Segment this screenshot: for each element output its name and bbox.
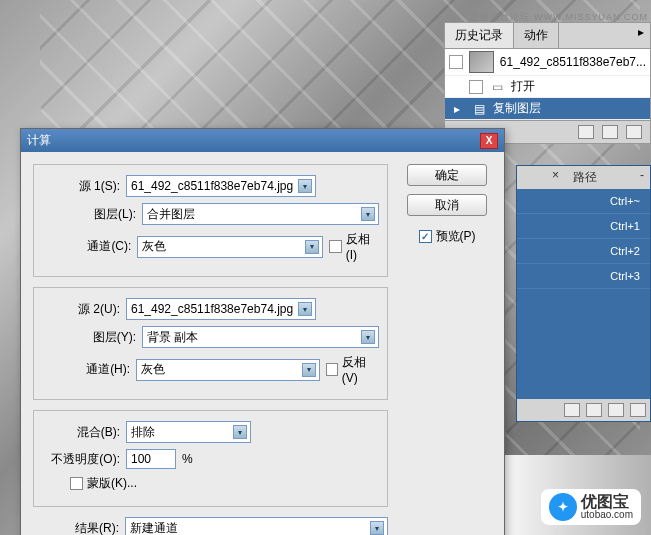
dialog-title: 计算 xyxy=(27,132,51,149)
checkbox-icon xyxy=(70,477,83,490)
chevron-down-icon: ▾ xyxy=(298,302,312,316)
source1-label: 源 1(S): xyxy=(42,178,120,195)
channels-tabs: × 路径 - xyxy=(517,166,650,189)
logo-watermark: ✦ 优图宝 utobao.com xyxy=(541,489,641,525)
save-selection-icon[interactable] xyxy=(586,403,602,417)
history-filename: 61_492_c8511f838e7eb7... xyxy=(500,55,646,69)
history-toggle[interactable] xyxy=(469,80,483,94)
tab-history[interactable]: 历史记录 xyxy=(445,23,514,48)
preview-label: 预览(P) xyxy=(436,228,476,245)
invert2-check[interactable]: 反相(V) xyxy=(326,354,379,385)
layer-icon: ▤ xyxy=(471,102,487,116)
source1-group: 源 1(S): 61_492_c8511f838e7eb74.jpg ▾ 图层(… xyxy=(33,164,388,277)
opacity-input[interactable] xyxy=(126,449,176,469)
history-step-label: 打开 xyxy=(511,78,535,95)
history-body: 61_492_c8511f838e7eb7... ▭ 打开 ▸ ▤ 复制图层 xyxy=(445,49,650,120)
channel1-select[interactable]: 灰色 ▾ xyxy=(137,236,323,258)
source1-select[interactable]: 61_492_c8511f838e7eb74.jpg ▾ xyxy=(126,175,316,197)
chevron-down-icon: ▾ xyxy=(233,425,247,439)
history-file-row[interactable]: 61_492_c8511f838e7eb7... xyxy=(445,49,650,76)
channel2-value: 灰色 xyxy=(141,361,165,378)
new-snapshot-icon[interactable] xyxy=(578,125,594,139)
open-icon: ▭ xyxy=(489,80,505,94)
channel-row[interactable]: Ctrl+3 xyxy=(517,264,650,289)
result-value: 新建通道 xyxy=(130,520,178,536)
blend-label: 混合(B): xyxy=(42,424,120,441)
panel-menu-icon[interactable]: ▸ xyxy=(632,23,650,48)
chevron-down-icon: ▾ xyxy=(298,179,312,193)
blend-select[interactable]: 排除 ▾ xyxy=(126,421,251,443)
close-icon[interactable]: X xyxy=(480,133,498,149)
layer1-select[interactable]: 合并图层 ▾ xyxy=(142,203,379,225)
source2-value: 61_492_c8511f838e7eb74.jpg xyxy=(131,302,293,316)
checkbox-checked-icon: ✓ xyxy=(419,230,432,243)
source2-select[interactable]: 61_492_c8511f838e7eb74.jpg ▾ xyxy=(126,298,316,320)
source2-label: 源 2(U): xyxy=(42,301,120,318)
checkbox-icon xyxy=(329,240,341,253)
chevron-down-icon: ▾ xyxy=(305,240,319,254)
source2-group: 源 2(U): 61_492_c8511f838e7eb74.jpg ▾ 图层(… xyxy=(33,287,388,400)
layer2-select[interactable]: 背景 副本 ▾ xyxy=(142,326,379,348)
load-selection-icon[interactable] xyxy=(564,403,580,417)
channel-row[interactable]: Ctrl+1 xyxy=(517,214,650,239)
channel2-label: 通道(H): xyxy=(42,361,130,378)
tab-actions[interactable]: 动作 xyxy=(514,23,559,48)
invert2-label: 反相(V) xyxy=(342,354,379,385)
channel-row[interactable]: Ctrl+2 xyxy=(517,239,650,264)
channel1-value: 灰色 xyxy=(142,238,166,255)
channel1-label: 通道(C): xyxy=(42,238,131,255)
invert1-label: 反相(I) xyxy=(346,231,379,262)
new-channel-icon[interactable] xyxy=(608,403,624,417)
watermark-en: WWW.MISSYUAN.COM xyxy=(534,12,648,22)
trash-icon[interactable] xyxy=(630,403,646,417)
history-panel: 历史记录 动作 ▸ 61_492_c8511f838e7eb7... ▭ 打开 … xyxy=(444,22,651,144)
dialog-body: 源 1(S): 61_492_c8511f838e7eb74.jpg ▾ 图层(… xyxy=(21,152,504,535)
dialog-titlebar[interactable]: 计算 X xyxy=(21,129,504,152)
panel-collapse-icon[interactable]: - xyxy=(634,166,650,189)
opacity-label: 不透明度(O): xyxy=(42,451,120,468)
checkbox-icon xyxy=(326,363,338,376)
ok-button[interactable]: 确定 xyxy=(407,164,487,186)
new-document-icon[interactable] xyxy=(602,125,618,139)
history-step[interactable]: ▭ 打开 xyxy=(445,76,650,98)
history-step-label: 复制图层 xyxy=(493,100,541,117)
channel-row[interactable]: Ctrl+~ xyxy=(517,189,650,214)
chevron-down-icon: ▾ xyxy=(302,363,316,377)
chevron-down-icon: ▾ xyxy=(361,207,375,221)
layer2-value: 背景 副本 xyxy=(147,329,198,346)
cancel-button[interactable]: 取消 xyxy=(407,194,487,216)
dialog-form: 源 1(S): 61_492_c8511f838e7eb74.jpg ▾ 图层(… xyxy=(33,164,388,535)
chevron-down-icon: ▾ xyxy=(370,521,384,535)
tab-paths[interactable]: 路径 xyxy=(565,166,605,189)
pointer-icon: ▸ xyxy=(449,102,465,116)
panel-close-icon[interactable]: × xyxy=(546,166,565,189)
invert1-check[interactable]: 反相(I) xyxy=(329,231,379,262)
history-snapshot-icon[interactable] xyxy=(449,55,463,69)
blend-value: 排除 xyxy=(131,424,155,441)
layer1-label: 图层(L): xyxy=(42,206,136,223)
channels-panel: × 路径 - Ctrl+~ Ctrl+1 Ctrl+2 Ctrl+3 xyxy=(516,165,651,422)
history-tabs: 历史记录 动作 ▸ xyxy=(445,23,650,49)
mask-check[interactable]: 蒙版(K)... xyxy=(70,475,137,492)
chevron-down-icon: ▾ xyxy=(361,330,375,344)
watermark-cn: 思缘设计论坛 xyxy=(470,12,530,22)
calculations-dialog: 计算 X 源 1(S): 61_492_c8511f838e7eb74.jpg … xyxy=(20,128,505,535)
preview-check[interactable]: ✓ 预览(P) xyxy=(419,228,476,245)
history-thumbnail xyxy=(469,51,494,73)
trash-icon[interactable] xyxy=(626,125,642,139)
result-label: 结果(R): xyxy=(33,520,119,536)
logo-cn: 优图宝 xyxy=(581,494,633,510)
source1-value: 61_492_c8511f838e7eb74.jpg xyxy=(131,179,293,193)
dialog-buttons: 确定 取消 ✓ 预览(P) xyxy=(402,164,492,535)
blend-group: 混合(B): 排除 ▾ 不透明度(O): % 蒙版(K)... xyxy=(33,410,388,507)
result-select[interactable]: 新建通道 ▾ xyxy=(125,517,388,535)
history-step[interactable]: ▸ ▤ 复制图层 xyxy=(445,98,650,120)
opacity-unit: % xyxy=(182,452,193,466)
channel-empty xyxy=(517,289,650,399)
layer1-value: 合并图层 xyxy=(147,206,195,223)
mask-label: 蒙版(K)... xyxy=(87,475,137,492)
logo-icon: ✦ xyxy=(549,493,577,521)
channel2-select[interactable]: 灰色 ▾ xyxy=(136,359,319,381)
channels-footer xyxy=(517,399,650,421)
layer2-label: 图层(Y): xyxy=(42,329,136,346)
